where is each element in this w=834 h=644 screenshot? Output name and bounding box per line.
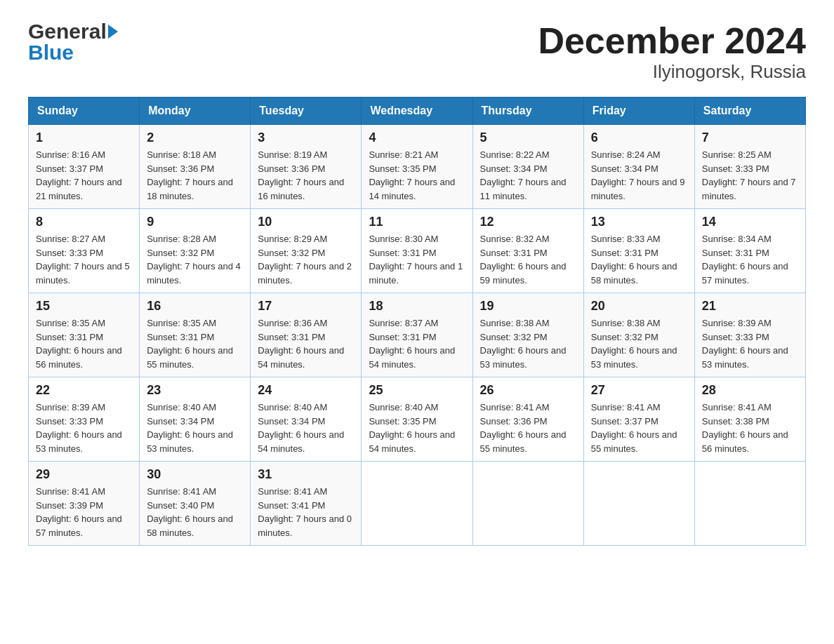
calendar-day-cell: 21Sunrise: 8:39 AMSunset: 3:33 PMDayligh… — [694, 293, 805, 377]
day-number: 20 — [591, 299, 687, 314]
day-number: 12 — [480, 215, 576, 229]
calendar-day-cell: 22Sunrise: 8:39 AMSunset: 3:33 PMDayligh… — [29, 377, 140, 462]
day-info: Sunrise: 8:35 AMSunset: 3:31 PMDaylight:… — [36, 316, 132, 371]
day-info: Sunrise: 8:30 AMSunset: 3:31 PMDaylight:… — [369, 232, 465, 287]
header-monday: Monday — [140, 98, 251, 125]
header-wednesday: Wednesday — [362, 98, 472, 125]
logo: General Blue — [28, 21, 118, 63]
logo-general-text: General — [28, 21, 107, 42]
calendar-day-cell: 28Sunrise: 8:41 AMSunset: 3:38 PMDayligh… — [694, 377, 805, 462]
calendar-day-cell: 6Sunrise: 8:24 AMSunset: 3:34 PMDaylight… — [583, 125, 694, 209]
day-number: 31 — [258, 467, 354, 482]
day-info: Sunrise: 8:35 AMSunset: 3:31 PMDaylight:… — [147, 316, 243, 371]
day-number: 1 — [36, 130, 132, 145]
day-number: 6 — [591, 130, 687, 145]
day-number: 17 — [258, 299, 354, 314]
day-number: 21 — [702, 299, 798, 314]
calendar-day-cell: 1Sunrise: 8:16 AMSunset: 3:37 PMDaylight… — [29, 125, 140, 209]
day-number: 29 — [36, 467, 132, 482]
calendar-day-cell: 19Sunrise: 8:38 AMSunset: 3:32 PMDayligh… — [472, 293, 583, 377]
day-info: Sunrise: 8:32 AMSunset: 3:31 PMDaylight:… — [480, 232, 576, 287]
calendar-week-row: 1Sunrise: 8:16 AMSunset: 3:37 PMDaylight… — [29, 125, 806, 209]
calendar-day-cell: 3Sunrise: 8:19 AMSunset: 3:36 PMDaylight… — [251, 125, 362, 209]
calendar-day-cell: 11Sunrise: 8:30 AMSunset: 3:31 PMDayligh… — [362, 209, 472, 293]
day-number: 24 — [258, 383, 354, 398]
day-info: Sunrise: 8:25 AMSunset: 3:33 PMDaylight:… — [702, 148, 798, 203]
calendar-location: Ilyinogorsk, Russia — [538, 61, 806, 83]
day-number: 10 — [258, 215, 354, 229]
calendar-day-cell — [362, 462, 472, 546]
day-number: 22 — [36, 383, 132, 398]
calendar-week-row: 22Sunrise: 8:39 AMSunset: 3:33 PMDayligh… — [29, 377, 806, 462]
day-number: 26 — [480, 383, 576, 398]
calendar-header-row: Sunday Monday Tuesday Wednesday Thursday… — [29, 98, 806, 125]
calendar-day-cell: 20Sunrise: 8:38 AMSunset: 3:32 PMDayligh… — [583, 293, 694, 377]
calendar-day-cell: 4Sunrise: 8:21 AMSunset: 3:35 PMDaylight… — [362, 125, 472, 209]
day-number: 5 — [480, 130, 576, 145]
day-number: 18 — [369, 299, 465, 314]
day-number: 8 — [36, 215, 132, 229]
calendar-day-cell: 7Sunrise: 8:25 AMSunset: 3:33 PMDaylight… — [694, 125, 805, 209]
calendar-day-cell: 27Sunrise: 8:41 AMSunset: 3:37 PMDayligh… — [583, 377, 694, 462]
day-info: Sunrise: 8:36 AMSunset: 3:31 PMDaylight:… — [258, 316, 354, 371]
day-info: Sunrise: 8:24 AMSunset: 3:34 PMDaylight:… — [591, 148, 687, 203]
calendar-week-row: 29Sunrise: 8:41 AMSunset: 3:39 PMDayligh… — [29, 462, 806, 546]
calendar-day-cell: 2Sunrise: 8:18 AMSunset: 3:36 PMDaylight… — [140, 125, 251, 209]
day-info: Sunrise: 8:29 AMSunset: 3:32 PMDaylight:… — [258, 232, 354, 287]
day-info: Sunrise: 8:41 AMSunset: 3:38 PMDaylight:… — [702, 401, 798, 455]
day-number: 15 — [36, 299, 132, 314]
day-info: Sunrise: 8:39 AMSunset: 3:33 PMDaylight:… — [36, 401, 132, 455]
header-friday: Friday — [583, 98, 694, 125]
calendar-day-cell: 31Sunrise: 8:41 AMSunset: 3:41 PMDayligh… — [251, 462, 362, 546]
day-info: Sunrise: 8:37 AMSunset: 3:31 PMDaylight:… — [369, 316, 465, 371]
day-number: 4 — [369, 130, 465, 145]
calendar-day-cell: 15Sunrise: 8:35 AMSunset: 3:31 PMDayligh… — [29, 293, 140, 377]
day-info: Sunrise: 8:41 AMSunset: 3:37 PMDaylight:… — [591, 401, 687, 455]
day-info: Sunrise: 8:38 AMSunset: 3:32 PMDaylight:… — [591, 316, 687, 371]
calendar-day-cell: 9Sunrise: 8:28 AMSunset: 3:32 PMDaylight… — [140, 209, 251, 293]
day-info: Sunrise: 8:40 AMSunset: 3:34 PMDaylight:… — [258, 401, 354, 455]
day-info: Sunrise: 8:27 AMSunset: 3:33 PMDaylight:… — [36, 232, 132, 287]
logo-blue-text: Blue — [28, 42, 118, 63]
calendar-table: Sunday Monday Tuesday Wednesday Thursday… — [28, 97, 806, 546]
day-info: Sunrise: 8:41 AMSunset: 3:36 PMDaylight:… — [480, 401, 576, 455]
day-number: 9 — [147, 215, 243, 229]
calendar-day-cell: 14Sunrise: 8:34 AMSunset: 3:31 PMDayligh… — [694, 209, 805, 293]
day-info: Sunrise: 8:33 AMSunset: 3:31 PMDaylight:… — [591, 232, 687, 287]
day-number: 30 — [147, 467, 243, 482]
calendar-day-cell: 5Sunrise: 8:22 AMSunset: 3:34 PMDaylight… — [472, 125, 583, 209]
calendar-day-cell: 12Sunrise: 8:32 AMSunset: 3:31 PMDayligh… — [472, 209, 583, 293]
calendar-day-cell: 24Sunrise: 8:40 AMSunset: 3:34 PMDayligh… — [251, 377, 362, 462]
day-info: Sunrise: 8:39 AMSunset: 3:33 PMDaylight:… — [702, 316, 798, 371]
day-info: Sunrise: 8:41 AMSunset: 3:40 PMDaylight:… — [147, 485, 243, 539]
day-number: 7 — [702, 130, 798, 145]
logo-arrow-icon — [108, 25, 118, 39]
calendar-title-block: December 2024 Ilyinogorsk, Russia — [538, 21, 806, 83]
day-number: 19 — [480, 299, 576, 314]
calendar-title: December 2024 — [538, 21, 806, 61]
day-number: 25 — [369, 383, 465, 398]
logo-top: General — [28, 21, 118, 42]
calendar-day-cell: 17Sunrise: 8:36 AMSunset: 3:31 PMDayligh… — [251, 293, 362, 377]
calendar-day-cell: 23Sunrise: 8:40 AMSunset: 3:34 PMDayligh… — [140, 377, 251, 462]
day-info: Sunrise: 8:16 AMSunset: 3:37 PMDaylight:… — [36, 148, 132, 203]
calendar-day-cell: 8Sunrise: 8:27 AMSunset: 3:33 PMDaylight… — [29, 209, 140, 293]
day-info: Sunrise: 8:21 AMSunset: 3:35 PMDaylight:… — [369, 148, 465, 203]
calendar-week-row: 15Sunrise: 8:35 AMSunset: 3:31 PMDayligh… — [29, 293, 806, 377]
day-number: 28 — [702, 383, 798, 398]
day-number: 16 — [147, 299, 243, 314]
day-info: Sunrise: 8:40 AMSunset: 3:34 PMDaylight:… — [147, 401, 243, 455]
calendar-day-cell: 13Sunrise: 8:33 AMSunset: 3:31 PMDayligh… — [583, 209, 694, 293]
header-sunday: Sunday — [29, 98, 140, 125]
day-number: 14 — [702, 215, 798, 229]
day-info: Sunrise: 8:38 AMSunset: 3:32 PMDaylight:… — [480, 316, 576, 371]
day-info: Sunrise: 8:41 AMSunset: 3:39 PMDaylight:… — [36, 485, 132, 539]
day-number: 3 — [258, 130, 354, 145]
day-info: Sunrise: 8:28 AMSunset: 3:32 PMDaylight:… — [147, 232, 243, 287]
calendar-day-cell: 18Sunrise: 8:37 AMSunset: 3:31 PMDayligh… — [362, 293, 472, 377]
calendar-day-cell: 16Sunrise: 8:35 AMSunset: 3:31 PMDayligh… — [140, 293, 251, 377]
calendar-day-cell: 10Sunrise: 8:29 AMSunset: 3:32 PMDayligh… — [251, 209, 362, 293]
day-info: Sunrise: 8:22 AMSunset: 3:34 PMDaylight:… — [480, 148, 576, 203]
calendar-day-cell — [694, 462, 805, 546]
day-info: Sunrise: 8:41 AMSunset: 3:41 PMDaylight:… — [258, 485, 354, 539]
